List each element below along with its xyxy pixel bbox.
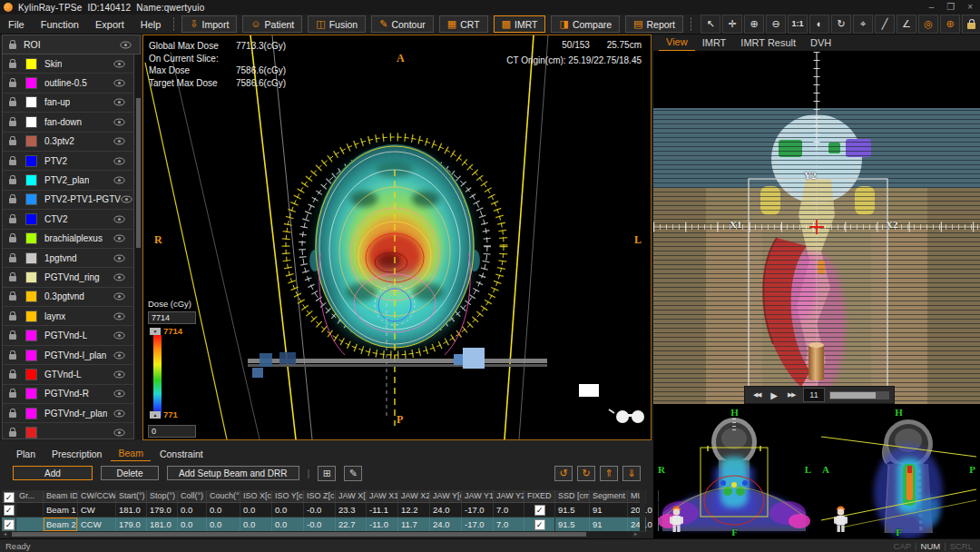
eye-icon[interactable] bbox=[113, 60, 125, 68]
roi-item-skin[interactable]: Skin bbox=[3, 54, 133, 74]
rotate-cw-button[interactable]: ↻ bbox=[577, 466, 595, 481]
maximize-button[interactable]: ❐ bbox=[946, 2, 955, 13]
checkbox-icon[interactable]: ✓ bbox=[4, 492, 15, 503]
menu-function[interactable]: Function bbox=[33, 19, 87, 30]
lock-icon[interactable] bbox=[9, 160, 16, 165]
sidebar-scrollbar[interactable] bbox=[135, 54, 142, 439]
eye-icon[interactable] bbox=[113, 351, 125, 360]
contrast-tool[interactable]: ◐ bbox=[809, 15, 829, 34]
lock-icon[interactable] bbox=[9, 412, 16, 418]
table-cell[interactable]: -17.0 bbox=[462, 518, 494, 531]
rotate-ccw-button[interactable]: ↺ bbox=[554, 466, 573, 481]
table-cell[interactable]: 179.0 bbox=[147, 503, 178, 517]
tab-imrt-result[interactable]: IMRT Result bbox=[733, 37, 803, 51]
roi-item-fan-down[interactable]: fan-down bbox=[3, 113, 133, 132]
table-cell[interactable]: 7.0 bbox=[494, 503, 524, 517]
lock-icon[interactable] bbox=[9, 315, 16, 320]
fixed-checkbox[interactable]: ✓ bbox=[524, 518, 555, 531]
toolbar-button-imrt[interactable]: ▩IMRT bbox=[494, 15, 546, 33]
checkbox-icon[interactable]: ✓ bbox=[534, 519, 545, 530]
toolbar-button-fusion[interactable]: ◫Fusion bbox=[308, 15, 366, 33]
ruler-tool[interactable]: ╱ bbox=[875, 15, 895, 34]
segment-slider[interactable] bbox=[829, 391, 889, 399]
zoom-out-tool[interactable]: ⊖ bbox=[766, 15, 786, 34]
column-header[interactable]: JAW Y1... bbox=[462, 490, 494, 502]
roi-header[interactable]: ROI bbox=[2, 34, 141, 54]
table-cell[interactable] bbox=[16, 518, 44, 531]
edit-beam-button[interactable]: ✎ bbox=[344, 466, 362, 481]
eye-icon[interactable] bbox=[113, 273, 125, 281]
column-header[interactable]: JAW Y2... bbox=[494, 490, 524, 502]
table-cell[interactable]: 24.0 bbox=[430, 503, 462, 517]
table-cell[interactable]: -0.0 bbox=[304, 503, 336, 517]
table-row[interactable]: ✓Beam 1CW181.0179.00.00.00.00.0-0.023.3-… bbox=[2, 503, 646, 518]
toolbar-button-crt[interactable]: ▦CRT bbox=[439, 15, 488, 33]
column-header[interactable]: JAW X1... bbox=[367, 490, 398, 502]
column-header[interactable]: FIXED bbox=[524, 490, 555, 502]
lock-icon[interactable] bbox=[9, 82, 16, 87]
angle-tool[interactable]: ∠ bbox=[897, 15, 916, 34]
lock-icon[interactable] bbox=[9, 392, 16, 398]
delete-beam-button[interactable]: Delete bbox=[101, 466, 159, 480]
lock-icon[interactable] bbox=[9, 63, 16, 68]
eye-icon[interactable] bbox=[113, 331, 125, 340]
column-header[interactable]: CW/CCW bbox=[78, 490, 116, 502]
table-cell[interactable]: 91.5 bbox=[555, 503, 590, 517]
roi-item-0-3pgtvnd[interactable]: 0.3pgtvnd bbox=[3, 288, 133, 307]
eye-icon[interactable] bbox=[113, 157, 125, 165]
lock-icon[interactable] bbox=[9, 334, 16, 340]
tab-dvh[interactable]: DVH bbox=[803, 37, 838, 51]
lock-icon[interactable] bbox=[9, 237, 16, 242]
table-cell[interactable]: 181.0 bbox=[116, 503, 147, 517]
coronal-view[interactable]: H R L F bbox=[653, 406, 816, 538]
checkbox-icon[interactable]: ✓ bbox=[4, 519, 15, 530]
roi-item-ctv2[interactable]: CTV2 bbox=[3, 210, 133, 229]
row-checkbox[interactable]: ✓ bbox=[2, 503, 16, 517]
lock-icon[interactable] bbox=[9, 295, 16, 301]
column-header[interactable]: Beam ID bbox=[44, 490, 78, 502]
lock-icon[interactable] bbox=[9, 179, 16, 184]
table-cell[interactable]: 11.7 bbox=[398, 518, 430, 531]
roi-item-laynx[interactable]: laynx bbox=[3, 307, 133, 326]
table-cell[interactable]: CCW bbox=[78, 518, 116, 531]
roi-item-brachialplexus[interactable]: brachialplexus bbox=[3, 230, 133, 249]
play-button[interactable]: ▶ bbox=[769, 390, 779, 400]
beam-eye-view[interactable]: X1 X2 Y2 ◀◀ ▶ ▶▶ 11 bbox=[653, 52, 980, 406]
pan-tool[interactable]: ✛ bbox=[722, 15, 742, 34]
roi-item-1pgtvnd[interactable]: 1pgtvnd bbox=[3, 249, 133, 268]
add-setup-beam-drr-button[interactable]: Add Setup Beam and DRR bbox=[167, 466, 299, 480]
move-down-button[interactable]: ⇓ bbox=[622, 466, 641, 481]
table-cell[interactable]: 22.7 bbox=[336, 518, 367, 531]
toolbar-button-compare[interactable]: ◨Compare bbox=[551, 15, 620, 33]
axial-viewport[interactable]: Global Max Dose7713.3(cGy)On Current Sli… bbox=[142, 34, 652, 440]
table-cell[interactable]: 91.5 bbox=[555, 518, 590, 531]
lock-icon[interactable] bbox=[9, 354, 16, 360]
table-cell[interactable]: 0.0 bbox=[178, 503, 207, 517]
toolbar-button-contour[interactable]: ✎Contour bbox=[371, 15, 434, 33]
dose-max-input[interactable]: 7714 bbox=[148, 311, 196, 324]
eye-icon[interactable] bbox=[113, 176, 125, 184]
table-row[interactable]: ✓Beam 2CCW179.0181.00.00.00.00.0-0.022.7… bbox=[2, 518, 646, 532]
lock-tool[interactable] bbox=[962, 15, 980, 34]
lock-icon[interactable] bbox=[9, 121, 16, 126]
fixed-checkbox[interactable]: ✓ bbox=[524, 503, 555, 517]
table-cell[interactable]: 179.0 bbox=[116, 518, 147, 531]
eye-icon[interactable] bbox=[113, 312, 125, 320]
eye-icon[interactable] bbox=[113, 98, 125, 106]
lock-icon[interactable] bbox=[9, 140, 16, 145]
tab-beam[interactable]: Beam bbox=[111, 448, 150, 461]
eye-icon[interactable] bbox=[113, 409, 125, 418]
table-cell[interactable]: -11.0 bbox=[367, 518, 398, 531]
table-cell[interactable]: 24.0 bbox=[430, 518, 462, 531]
toolbar-button-report[interactable]: ▤Report bbox=[625, 15, 683, 33]
roi-item-pgtvnd-l-plan[interactable]: PGTVnd-l_plan bbox=[3, 346, 133, 365]
rewind-button[interactable]: ◀◀ bbox=[750, 391, 764, 399]
tab-view[interactable]: View bbox=[659, 36, 695, 51]
eye-icon[interactable] bbox=[120, 41, 132, 49]
tab-prescription[interactable]: Prescription bbox=[44, 448, 109, 461]
eye-icon[interactable] bbox=[121, 195, 132, 203]
scroll-left-icon[interactable]: ◂ bbox=[2, 531, 8, 537]
beam-table-hscrollbar[interactable]: ◂ ▸ bbox=[2, 531, 639, 537]
roi-item-outline-0-5[interactable]: outline-0.5 bbox=[3, 74, 133, 93]
table-cell[interactable]: 91 bbox=[590, 503, 628, 517]
